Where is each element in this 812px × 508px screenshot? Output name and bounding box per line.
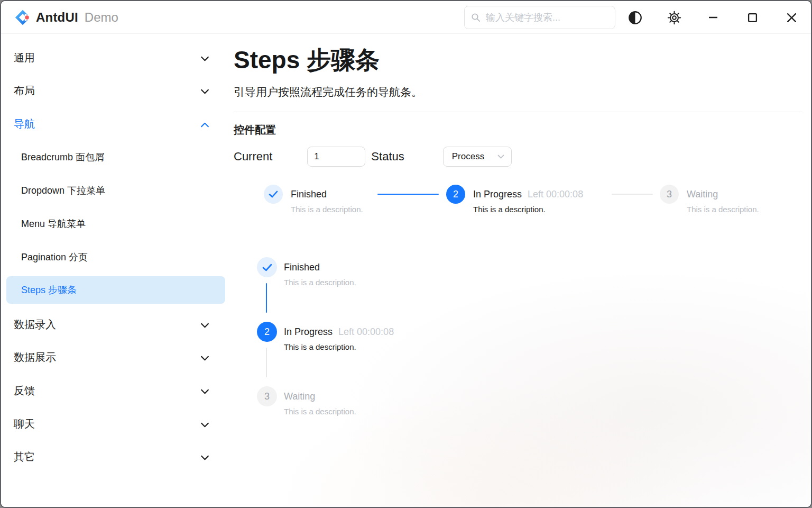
sidebar-group-label: 数据录入 xyxy=(14,318,56,332)
step-timer: Left 00:00:08 xyxy=(338,326,394,338)
step-texts: In Progress Left 00:00:08 This is a desc… xyxy=(473,185,583,215)
close-button[interactable] xyxy=(772,1,811,34)
step-title: In Progress xyxy=(284,326,333,338)
maximize-button[interactable] xyxy=(733,1,772,34)
sidebar-group-data-display[interactable]: 数据展示 xyxy=(6,343,225,371)
step-texts: Finished This is a description. xyxy=(291,185,363,215)
sidebar-item-breadcrumb[interactable]: Breadcrumb 面包屑 xyxy=(6,143,225,171)
sidebar-item-steps[interactable]: Steps 步骤条 xyxy=(6,276,225,304)
step-finished[interactable]: Finished This is a description. xyxy=(264,185,363,215)
config-controls: Current Status Process xyxy=(234,146,512,167)
step-number: 2 xyxy=(453,189,458,200)
brand-name: AntdUI xyxy=(36,10,78,25)
sidebar-group-chat[interactable]: 聊天 xyxy=(6,410,225,438)
sidebar-item-label: Pagination 分页 xyxy=(21,251,88,264)
step-texts: Finished This is a description. xyxy=(284,257,356,288)
step-timer: Left 00:00:08 xyxy=(528,188,583,200)
sidebar-item-label: Steps 步骤条 xyxy=(21,284,77,296)
divider xyxy=(234,112,802,112)
page-description: 引导用户按照流程完成任务的导航条。 xyxy=(234,84,422,100)
sidebar-group-layout[interactable]: 布局 xyxy=(6,77,225,104)
status-select-value: Process xyxy=(452,151,484,162)
step-in-progress[interactable]: 2 In Progress Left 00:00:08 This is a de… xyxy=(446,185,583,215)
close-icon xyxy=(787,13,797,23)
step-circle xyxy=(257,257,277,277)
step-description: This is a description. xyxy=(291,204,363,215)
main-content: Steps 步骤条 引导用户按照流程完成任务的导航条。 控件配置 Current… xyxy=(229,34,811,507)
step-circle: 2 xyxy=(257,322,277,342)
gear-icon xyxy=(667,11,681,25)
step-connector xyxy=(266,283,267,313)
theme-toggle-button[interactable] xyxy=(615,1,654,34)
step-connector xyxy=(377,194,439,195)
chevron-down-icon xyxy=(200,85,209,97)
chevron-down-icon xyxy=(200,52,209,64)
page-title: Steps 步骤条 xyxy=(234,43,380,77)
sidebar-group-data-entry[interactable]: 数据录入 xyxy=(6,311,225,338)
sidebar-group-navigation[interactable]: 导航 xyxy=(6,110,225,138)
sidebar-item-label: Menu 导航菜单 xyxy=(21,217,86,230)
titlebar-actions xyxy=(615,1,811,34)
chevron-down-icon xyxy=(200,418,209,430)
sidebar-group-other[interactable]: 其它 xyxy=(6,443,225,470)
step-title: Finished xyxy=(284,261,320,273)
steps-horizontal: Finished This is a description. 2 In Pro… xyxy=(234,185,811,232)
current-label: Current xyxy=(234,150,272,164)
sidebar-group-label: 布局 xyxy=(14,84,35,98)
titlebar: AntdUI Demo xyxy=(1,1,811,34)
chevron-up-icon xyxy=(200,118,209,130)
step-finished[interactable]: Finished This is a description. xyxy=(257,257,356,288)
step-number: 3 xyxy=(667,189,672,200)
step-description: This is a description. xyxy=(284,342,394,352)
step-waiting[interactable]: 3 Waiting This is a description. xyxy=(257,386,356,417)
sidebar-group-label: 反馈 xyxy=(14,384,35,398)
step-number: 3 xyxy=(264,391,270,402)
sidebar-group-label: 通用 xyxy=(14,51,35,65)
status-label: Status xyxy=(371,150,404,164)
step-description: This is a description. xyxy=(284,406,356,417)
chevron-down-icon xyxy=(200,319,209,331)
step-title: Finished xyxy=(291,188,327,200)
step-circle: 3 xyxy=(257,386,277,406)
chevron-down-icon xyxy=(200,451,209,463)
app-title: AntdUI Demo xyxy=(36,1,118,34)
chevron-down-icon xyxy=(200,351,209,364)
chevron-down-icon xyxy=(200,385,209,397)
check-icon xyxy=(269,190,278,198)
step-texts: Waiting This is a description. xyxy=(687,185,759,215)
minimize-button[interactable] xyxy=(694,1,733,34)
maximize-icon xyxy=(748,13,758,23)
step-texts: Waiting This is a description. xyxy=(284,386,356,417)
sidebar-item-menu[interactable]: Menu 导航菜单 xyxy=(6,210,225,238)
step-waiting[interactable]: 3 Waiting This is a description. xyxy=(660,185,759,215)
step-connector xyxy=(612,194,653,195)
app-window: AntdUI Demo xyxy=(0,0,812,508)
status-select[interactable]: Process xyxy=(443,147,512,167)
sidebar-item-label: Dropdown 下拉菜单 xyxy=(21,184,105,197)
sidebar-group-general[interactable]: 通用 xyxy=(6,44,225,71)
steps-vertical: Finished This is a description. 2 In Pro… xyxy=(234,257,572,479)
step-description: This is a description. xyxy=(687,204,759,215)
step-title: In Progress xyxy=(473,188,522,200)
search-box[interactable] xyxy=(464,6,615,29)
theme-toggle-icon xyxy=(628,11,642,25)
step-number: 2 xyxy=(264,326,270,338)
step-title: Waiting xyxy=(687,188,718,200)
search-input[interactable] xyxy=(485,12,608,24)
step-in-progress[interactable]: 2 In Progress Left 00:00:08 This is a de… xyxy=(257,322,394,352)
settings-button[interactable] xyxy=(654,1,694,34)
sidebar: 通用 布局 导航 Breadcrumb 面包屑 Dropdown 下拉菜单 Me… xyxy=(1,34,229,507)
app-logo-icon xyxy=(14,8,32,26)
sidebar-item-dropdown[interactable]: Dropdown 下拉菜单 xyxy=(6,177,225,204)
step-title: Waiting xyxy=(284,391,315,402)
step-description: This is a description. xyxy=(284,277,356,288)
step-texts: In Progress Left 00:00:08 This is a desc… xyxy=(284,322,394,352)
step-circle: 3 xyxy=(660,185,679,204)
sidebar-item-pagination[interactable]: Pagination 分页 xyxy=(6,243,225,271)
sidebar-item-label: Breadcrumb 面包屑 xyxy=(21,151,104,164)
brand-mode: Demo xyxy=(85,10,118,25)
sidebar-group-feedback[interactable]: 反馈 xyxy=(6,377,225,404)
current-input[interactable] xyxy=(307,147,365,167)
step-description: This is a description. xyxy=(473,204,583,215)
step-connector xyxy=(266,348,267,377)
